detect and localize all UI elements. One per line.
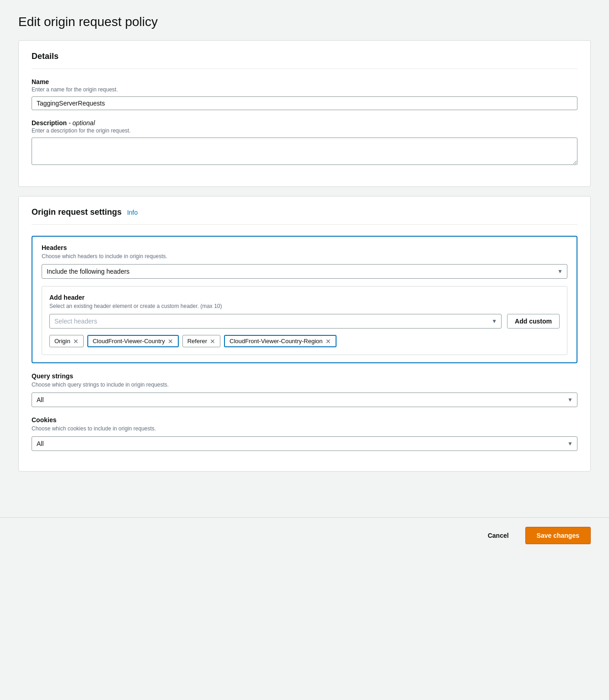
headers-label: Headers (42, 244, 567, 251)
add-header-label: Add header (49, 294, 560, 301)
name-field-group: Name Enter a name for the origin request… (32, 78, 577, 110)
tag-origin-remove-button[interactable]: ✕ (73, 338, 79, 345)
name-input[interactable] (32, 96, 577, 110)
tag-referer-label: Referer (187, 338, 207, 345)
tag-cloudfront-viewer-country-region-label: CloudFront-Viewer-Country-Region (230, 338, 323, 345)
save-changes-button[interactable]: Save changes (525, 527, 591, 544)
select-headers-input[interactable]: Select headers Origin Referer (49, 314, 502, 329)
query-strings-section: Query strings Choose which query strings… (32, 372, 577, 407)
query-strings-hint: Choose which query strings to include in… (32, 382, 577, 388)
details-card: Details Name Enter a name for the origin… (18, 40, 591, 187)
query-strings-label: Query strings (32, 372, 577, 380)
tags-container: Origin ✕ CloudFront-Viewer-Country ✕ Ref… (49, 335, 560, 347)
tag-cloudfront-viewer-country-region: CloudFront-Viewer-Country-Region ✕ (224, 335, 337, 347)
add-header-section: Add header Select an existing header ele… (42, 286, 567, 355)
tag-referer: Referer ✕ (182, 335, 220, 347)
tag-cloudfront-viewer-country-label: CloudFront-Viewer-Country (93, 338, 165, 345)
cookies-select-wrapper: None All Include the following ▼ (32, 436, 577, 451)
name-hint: Enter a name for the origin request. (32, 86, 577, 93)
description-field-group: Description - optional Enter a descripti… (32, 119, 577, 166)
headers-hint: Choose which headers to include in origi… (42, 253, 567, 260)
tag-cloudfront-viewer-country-region-remove-button[interactable]: ✕ (326, 338, 331, 345)
info-link[interactable]: Info (127, 209, 138, 216)
add-header-sublabel: Select an existing header element or cre… (49, 303, 560, 309)
tag-cloudfront-viewer-country-remove-button[interactable]: ✕ (168, 338, 173, 345)
tag-referer-remove-button[interactable]: ✕ (210, 338, 215, 345)
query-strings-select[interactable]: None All Include the following (32, 392, 577, 407)
footer-actions: Cancel Save changes (0, 517, 609, 553)
headers-select-wrapper: None All viewer headers Include the foll… (42, 264, 567, 279)
add-custom-button[interactable]: Add custom (507, 314, 560, 329)
add-header-row: Select headers Origin Referer ▼ Add cust… (49, 314, 560, 329)
headers-section: Headers Choose which headers to include … (32, 236, 577, 363)
select-headers-wrapper: Select headers Origin Referer ▼ (49, 314, 502, 329)
settings-card: Origin request settings Info Headers Cho… (18, 196, 591, 472)
page-title: Edit origin request policy (18, 15, 591, 29)
description-optional: - optional (69, 119, 95, 127)
tag-origin-label: Origin (54, 338, 70, 345)
settings-header: Origin request settings Info (32, 207, 577, 225)
tag-cloudfront-viewer-country: CloudFront-Viewer-Country ✕ (87, 335, 179, 347)
description-label: Description - optional (32, 119, 577, 127)
cookies-select[interactable]: None All Include the following (32, 436, 577, 451)
details-card-title: Details (32, 52, 577, 69)
cookies-label: Cookies (32, 416, 577, 424)
cookies-hint: Choose which cookies to include in origi… (32, 425, 577, 432)
cookies-section: Cookies Choose which cookies to include … (32, 416, 577, 451)
cancel-button[interactable]: Cancel (479, 528, 518, 543)
query-strings-select-wrapper: None All Include the following ▼ (32, 392, 577, 407)
headers-select[interactable]: None All viewer headers Include the foll… (42, 264, 567, 279)
name-label: Name (32, 78, 577, 85)
settings-title: Origin request settings (32, 207, 122, 217)
description-input[interactable] (32, 138, 577, 165)
description-hint: Enter a description for the origin reque… (32, 127, 577, 134)
tag-origin: Origin ✕ (49, 335, 84, 347)
